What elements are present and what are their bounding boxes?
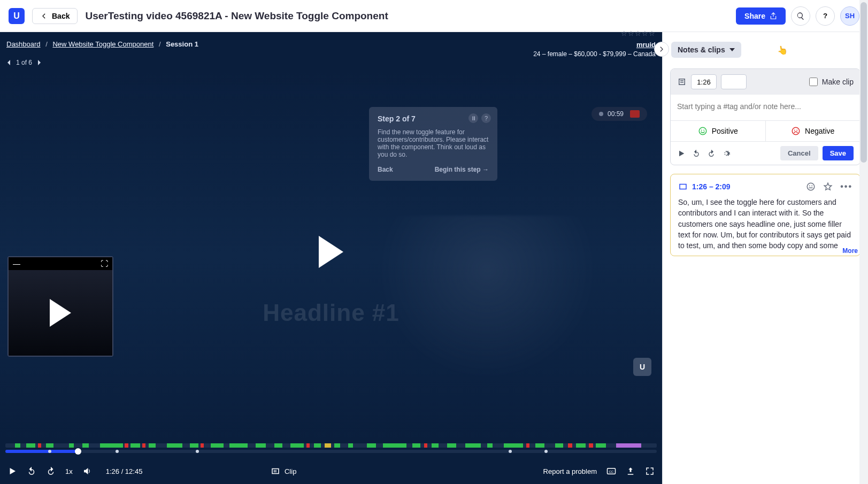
svg-point-10 (812, 186, 813, 187)
sentiment-timeline[interactable] (5, 443, 657, 448)
clip-transcript: So, um, I see the toggle here for custom… (678, 197, 852, 250)
recorder-pill: 00:59 (592, 107, 647, 121)
window-scrollbar[interactable] (859, 0, 868, 484)
pager-prev[interactable] (6, 60, 12, 65)
progress-knob[interactable] (75, 448, 81, 455)
search-icon (796, 12, 805, 20)
record-dot-icon (599, 112, 603, 116)
note-editor: Make clip Positive Negative (670, 68, 861, 165)
svg-point-3 (701, 130, 702, 131)
clip-range-icon (678, 182, 688, 191)
ghost-headline: Headline #1 (263, 299, 400, 326)
loop-forward-icon[interactable] (707, 149, 716, 158)
back-button[interactable]: Back (32, 8, 78, 24)
back-label: Back (52, 12, 70, 20)
play-button-large[interactable] (319, 236, 343, 268)
make-clip-checkbox[interactable] (809, 78, 818, 86)
clip-card[interactable]: 1:26 – 2:09 ••• So, um, I see the toggle… (670, 174, 861, 256)
ut-badge: U (633, 358, 651, 376)
clip-label: Clip (285, 467, 296, 475)
search-button[interactable] (791, 6, 810, 26)
brand-logo: U (9, 8, 25, 24)
crumb-session: Session 1 (166, 40, 198, 48)
cc-button[interactable]: CC (606, 466, 616, 476)
svg-point-2 (699, 127, 706, 135)
pip-play-button[interactable] (50, 299, 71, 327)
svg-point-6 (794, 130, 795, 131)
frown-icon (791, 126, 801, 136)
crumb-dashboard[interactable]: Dashboard (6, 40, 41, 48)
pager-label: 1 of 6 (16, 59, 32, 66)
question-icon: ? (823, 12, 827, 20)
task-card: ⏸ ? Step 2 of 7 Find the new toggle feat… (369, 107, 497, 181)
rewind-button[interactable] (27, 466, 36, 476)
chevron-right-icon (658, 45, 665, 53)
time-in-input[interactable] (691, 74, 717, 89)
time-out-input[interactable] (721, 74, 747, 89)
clip-button[interactable]: Clip (271, 466, 296, 476)
play-button[interactable] (7, 466, 17, 476)
svg-point-7 (796, 130, 797, 131)
fullscreen-button[interactable] (645, 466, 655, 476)
forward-button[interactable] (46, 466, 56, 476)
task-pause-icon[interactable]: ⏸ (468, 113, 478, 123)
avatar[interactable]: SH (840, 6, 859, 26)
smile-icon (698, 126, 708, 136)
collapse-panel-button[interactable] (654, 42, 669, 57)
svg-point-8 (807, 183, 815, 190)
pip-window[interactable]: — ⛶ (7, 256, 113, 357)
rating-stars[interactable]: ☆☆☆☆☆ (533, 29, 656, 39)
svg-point-4 (703, 130, 704, 131)
settings-icon[interactable] (722, 149, 731, 158)
loop-back-icon[interactable] (692, 149, 701, 158)
cursor-pointer-icon: 👆 (777, 44, 789, 56)
avatar-initials: SH (845, 12, 855, 20)
svg-point-5 (792, 127, 800, 135)
positive-label: Positive (712, 127, 738, 135)
breadcrumb: Dashboard / New Website Toggle Component… (6, 40, 198, 48)
participant-username[interactable]: mruid (533, 40, 656, 50)
task-back[interactable]: Back (378, 166, 393, 173)
clip-icon (271, 466, 280, 476)
star-icon[interactable] (823, 182, 833, 191)
report-problem[interactable]: Report a problem (543, 467, 597, 475)
crumb-project[interactable]: New Website Toggle Component (52, 40, 153, 48)
negative-button[interactable]: Negative (766, 121, 861, 141)
export-button[interactable] (626, 466, 635, 476)
recorder-folder-icon (630, 110, 640, 118)
share-label: Share (744, 12, 765, 20)
arrow-left-icon (40, 12, 48, 20)
time-display: 1:26 / 12:45 (106, 467, 143, 475)
speed-control[interactable]: 1x (65, 467, 73, 475)
task-body: Find the new toggle feature for customer… (378, 128, 489, 158)
task-help-icon[interactable]: ? (481, 113, 491, 123)
clip-time-range: 1:26 – 2:09 (692, 182, 731, 191)
play-snippet-icon[interactable] (677, 149, 686, 158)
note-textarea[interactable] (677, 102, 854, 111)
note-icon (677, 77, 687, 87)
positive-button[interactable]: Positive (671, 121, 766, 141)
progress-bar[interactable] (5, 450, 657, 453)
pager-next[interactable] (36, 60, 42, 65)
help-button[interactable]: ? (816, 6, 835, 26)
pip-minimize-icon[interactable]: — (13, 259, 20, 268)
negative-label: Negative (805, 127, 834, 135)
task-begin[interactable]: Begin this step → (435, 166, 489, 173)
clip-more-button[interactable]: More (839, 247, 858, 255)
make-clip-toggle[interactable]: Make clip (809, 78, 854, 86)
make-clip-label: Make clip (822, 78, 854, 86)
share-icon (770, 12, 777, 20)
svg-point-9 (809, 186, 810, 187)
sentiment-icon[interactable] (806, 182, 816, 191)
volume-button[interactable] (82, 466, 92, 476)
save-button[interactable]: Save (823, 146, 854, 160)
recorder-time: 00:59 (608, 110, 624, 118)
share-button[interactable]: Share (736, 7, 786, 25)
tab-label: Notes & clips (678, 45, 725, 54)
cancel-button[interactable]: Cancel (780, 146, 818, 160)
pip-expand-icon[interactable]: ⛶ (101, 259, 108, 268)
more-menu-icon[interactable]: ••• (840, 182, 852, 191)
svg-text:CC: CC (609, 470, 614, 473)
notes-clips-tab[interactable]: Notes & clips (671, 42, 741, 58)
page-title: UserTesting video 4569821A - New Website… (85, 10, 388, 22)
